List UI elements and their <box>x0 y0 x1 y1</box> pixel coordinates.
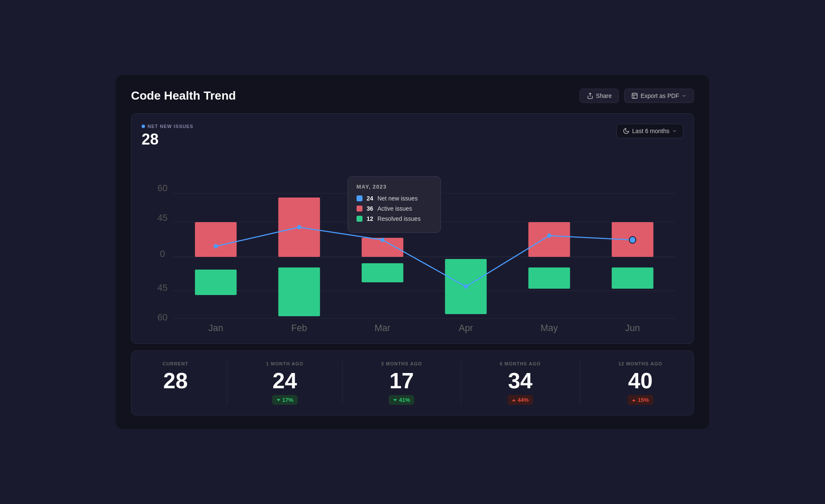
svg-text:Mar: Mar <box>375 323 390 333</box>
svg-text:45: 45 <box>157 212 167 223</box>
export-button[interactable]: Export as PDF <box>624 89 694 103</box>
tooltip-swatch-net <box>357 195 362 201</box>
may-resolved-bar <box>528 267 570 289</box>
svg-rect-0 <box>632 93 637 98</box>
page-title: Code Health Trend <box>131 89 236 103</box>
arrow-up-icon <box>632 398 636 402</box>
tooltip-row-active: 36 Active issues <box>357 205 432 212</box>
jan-active-bar <box>195 222 237 257</box>
stat-current-value: 28 <box>163 370 189 392</box>
feb-resolved-bar <box>278 267 320 316</box>
dashboard-container: Code Health Trend Share Export as PDF <box>116 75 709 429</box>
metric-value: 28 <box>142 131 193 148</box>
svg-text:60: 60 <box>157 183 167 193</box>
dot-apr <box>464 284 468 289</box>
svg-text:Jun: Jun <box>625 323 640 333</box>
dot-may <box>547 234 552 238</box>
svg-text:0: 0 <box>160 248 165 259</box>
stats-card: CURRENT 28 1 MONTH AGO 24 17% 3 MONTHS A… <box>131 351 694 415</box>
chart-area: 60 45 0 45 60 <box>142 155 683 333</box>
chart-header: NET NEW ISSUES 28 Last 6 months <box>142 124 683 148</box>
stat-6months-value: 34 <box>500 370 541 392</box>
svg-text:Jan: Jan <box>209 323 223 333</box>
chart-tooltip: MAY, 2023 24 Net new issues 36 Active is… <box>348 176 441 233</box>
tooltip-row-net: 24 Net new issues <box>357 195 432 202</box>
time-filter-button[interactable]: Last 6 months <box>616 124 683 138</box>
svg-text:Apr: Apr <box>459 323 473 333</box>
svg-marker-21 <box>512 399 516 401</box>
svg-marker-22 <box>632 399 635 401</box>
svg-text:60: 60 <box>157 312 167 323</box>
svg-text:45: 45 <box>157 282 167 293</box>
stat-6months: 6 MONTHS AGO 34 44% <box>500 361 541 405</box>
may-active-bar <box>528 222 570 257</box>
share-icon <box>587 92 594 99</box>
tooltip-swatch-active <box>357 206 362 212</box>
export-icon <box>631 92 638 99</box>
stat-3months-value: 17 <box>381 370 422 392</box>
chevron-down-icon <box>672 128 677 134</box>
jan-resolved-bar <box>195 270 237 295</box>
stat-12months-badge: 15% <box>627 395 653 405</box>
share-button[interactable]: Share <box>580 89 619 103</box>
stat-3months-badge: 41% <box>389 395 414 405</box>
stat-6months-label: 6 MONTHS AGO <box>500 361 541 366</box>
stat-3months-label: 3 MONTHS AGO <box>381 361 422 366</box>
svg-marker-20 <box>393 399 397 401</box>
mar-resolved-bar <box>362 263 403 282</box>
stat-divider-3 <box>461 361 461 405</box>
stat-1month: 1 MONTH AGO 24 17% <box>266 361 304 405</box>
stat-divider-4 <box>580 361 580 405</box>
arrow-down-icon <box>393 398 397 402</box>
svg-text:Feb: Feb <box>291 323 307 333</box>
tooltip-row-resolved: 12 Resolved issues <box>357 215 432 222</box>
chevron-down-icon <box>682 93 687 98</box>
stat-12months-value: 40 <box>619 370 663 392</box>
dot-jan <box>214 244 218 248</box>
svg-text:May: May <box>541 323 558 333</box>
dot-mar <box>380 238 385 242</box>
header-actions: Share Export as PDF <box>580 89 694 103</box>
stat-12months: 12 MONTHS AGO 40 15% <box>619 361 663 405</box>
dot-feb <box>297 225 301 229</box>
stat-1month-label: 1 MONTH AGO <box>266 361 304 366</box>
moon-icon <box>623 128 630 134</box>
stat-6months-badge: 44% <box>507 395 533 405</box>
stat-divider-1 <box>227 361 227 405</box>
header: Code Health Trend Share Export as PDF <box>131 89 694 103</box>
stat-divider-2 <box>342 361 343 405</box>
metric-label: NET NEW ISSUES <box>142 124 193 129</box>
stat-1month-value: 24 <box>266 370 304 392</box>
arrow-up-icon <box>512 398 516 402</box>
dot-jun <box>629 237 636 243</box>
tooltip-month: MAY, 2023 <box>357 184 432 190</box>
stat-current-label: CURRENT <box>163 361 189 366</box>
stat-12months-label: 12 MONTHS AGO <box>619 361 663 366</box>
chart-card: NET NEW ISSUES 28 Last 6 months <box>131 113 694 344</box>
stat-current: CURRENT 28 <box>163 361 189 405</box>
svg-marker-19 <box>277 399 280 401</box>
stat-1month-badge: 17% <box>272 395 298 405</box>
stat-3months: 3 MONTHS AGO 17 41% <box>381 361 422 405</box>
jun-resolved-bar <box>612 267 653 289</box>
chart-meta: NET NEW ISSUES 28 <box>142 124 193 148</box>
arrow-down-icon <box>276 398 281 402</box>
metric-dot <box>142 125 145 128</box>
tooltip-swatch-resolved <box>357 216 362 222</box>
